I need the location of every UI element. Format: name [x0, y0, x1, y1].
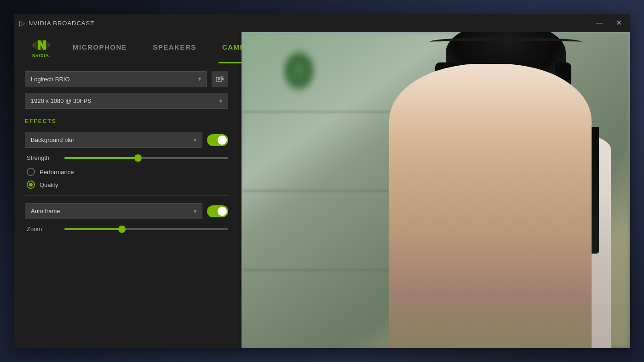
auto-frame-select[interactable]: Auto frame — [25, 203, 202, 219]
nvidia-eye-icon — [31, 38, 52, 52]
resolution-selector-wrapper: 1920 x 1080 @ 30FPS ▼ — [25, 93, 228, 109]
zoom-label: Zoom — [27, 226, 59, 232]
zoom-slider-row: Zoom — [25, 226, 228, 232]
auto-frame-selector: Auto frame ▼ — [25, 203, 202, 219]
person-hair-long — [552, 127, 599, 253]
desktop-background: ▷ NVIDIA BROADCAST — ✕ — [0, 0, 644, 362]
left-panel: NVIDIA. MICROPHONE SPEAKERS CAMERABETA — [14, 32, 239, 348]
close-button[interactable]: ✕ — [613, 18, 625, 28]
camera-preview — [242, 32, 630, 348]
auto-frame-toggle[interactable] — [207, 205, 228, 217]
background-blur-toggle[interactable] — [207, 134, 228, 146]
quality-radio-inner — [29, 183, 33, 187]
top-nav: NVIDIA. MICROPHONE SPEAKERS CAMERABETA — [14, 32, 239, 63]
camera-config-icon — [216, 75, 224, 83]
shelf-3 — [242, 269, 436, 271]
camera-select[interactable]: Logitech BRIO — [25, 71, 207, 87]
title-bar-controls: — ✕ — [593, 18, 625, 28]
strength-fill — [64, 157, 138, 159]
zoom-slider[interactable] — [64, 228, 228, 230]
quality-radio-row[interactable]: Quality — [27, 181, 228, 189]
nvidia-logo: NVIDIA. — [31, 38, 52, 58]
quality-radio-group: Performance Quality — [25, 168, 228, 189]
zoom-fill — [64, 228, 122, 230]
effects-label: EFFECTS — [25, 118, 228, 124]
camera-device-selector: Logitech BRIO ▼ — [25, 71, 207, 87]
performance-radio-outer — [27, 168, 35, 176]
person-neck — [475, 118, 506, 143]
svg-point-7 — [218, 78, 220, 80]
person-head — [451, 32, 560, 133]
background-blur-row: Background blur ▼ — [25, 132, 228, 148]
zoom-thumb[interactable] — [118, 226, 126, 233]
auto-frame-toggle-thumb — [218, 207, 227, 216]
sidebar-content: Logitech BRIO ▼ — [14, 63, 239, 348]
auto-frame-row: Auto frame ▼ — [25, 203, 228, 219]
title-bar: ▷ NVIDIA BROADCAST — ✕ — [14, 14, 630, 32]
quality-label: Quality — [40, 181, 58, 188]
background-blur-selector: Background blur ▼ — [25, 132, 202, 148]
app-window: ▷ NVIDIA BROADCAST — ✕ — [14, 14, 630, 348]
strength-slider[interactable] — [64, 157, 228, 159]
performance-label: Performance — [40, 169, 74, 175]
camera-scene — [242, 32, 630, 348]
resolution-select[interactable]: 1920 x 1080 @ 30FPS — [25, 93, 228, 109]
strength-slider-row: Strength — [25, 154, 228, 161]
camera-settings-button[interactable] — [212, 71, 228, 87]
strength-thumb[interactable] — [134, 154, 142, 162]
title-bar-left: ▷ NVIDIA BROADCAST — [19, 19, 94, 28]
person-body — [397, 127, 611, 348]
device-row: Logitech BRIO ▼ — [25, 71, 228, 87]
person-hair-left — [435, 62, 457, 133]
shelf-1 — [242, 111, 436, 113]
auto-frame-section: Auto frame ▼ Zoom — [25, 195, 228, 232]
headphones-band — [430, 37, 582, 46]
person-hair-right — [555, 62, 571, 153]
logo-area: NVIDIA. — [14, 32, 69, 63]
performance-radio-row[interactable]: Performance — [27, 168, 228, 176]
quality-radio-outer — [27, 181, 35, 189]
shelf-2 — [242, 190, 436, 192]
app-title: NVIDIA BROADCAST — [29, 20, 94, 27]
tab-speakers[interactable]: SPEAKERS — [149, 32, 200, 63]
effect-select[interactable]: Background blur — [25, 132, 202, 148]
plant-left — [281, 48, 317, 94]
toggle-thumb — [218, 136, 227, 145]
app-body: NVIDIA. MICROPHONE SPEAKERS CAMERABETA — [14, 32, 630, 348]
minimize-button[interactable]: — — [593, 18, 606, 28]
nvidia-text: NVIDIA. — [32, 53, 51, 58]
app-icon: ▷ — [19, 19, 25, 28]
tab-microphone[interactable]: MICROPHONE — [69, 32, 131, 63]
strength-label: Strength — [27, 154, 59, 161]
